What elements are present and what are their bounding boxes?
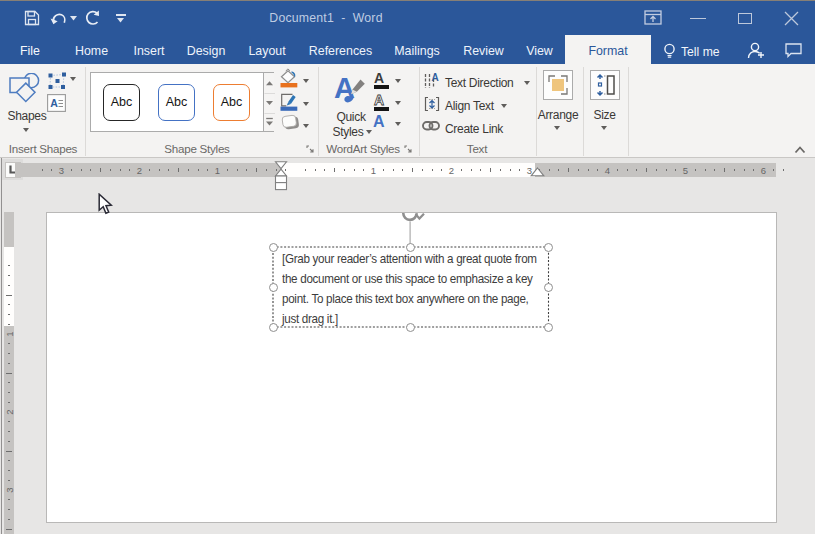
svg-text:A: A [432, 73, 439, 83]
svg-text:A: A [50, 97, 58, 109]
